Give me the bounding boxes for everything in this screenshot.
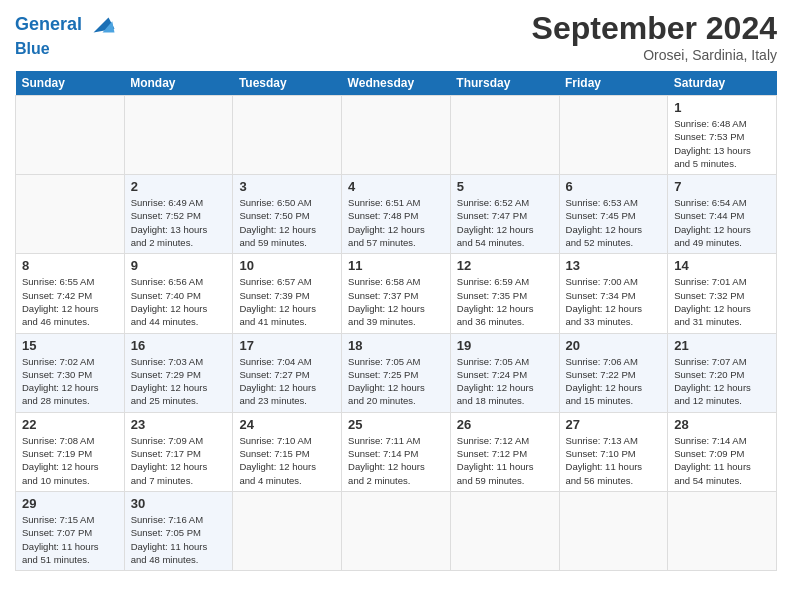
calendar-cell: 13Sunrise: 7:00 AM Sunset: 7:34 PM Dayli… <box>559 254 668 333</box>
day-number: 20 <box>566 338 662 353</box>
calendar-cell <box>124 96 233 175</box>
day-info: Sunrise: 7:08 AM Sunset: 7:19 PM Dayligh… <box>22 434 118 487</box>
day-info: Sunrise: 7:11 AM Sunset: 7:14 PM Dayligh… <box>348 434 444 487</box>
calendar-cell: 6Sunrise: 6:53 AM Sunset: 7:45 PM Daylig… <box>559 175 668 254</box>
day-info: Sunrise: 6:57 AM Sunset: 7:39 PM Dayligh… <box>239 275 335 328</box>
day-info: Sunrise: 7:06 AM Sunset: 7:22 PM Dayligh… <box>566 355 662 408</box>
weekday-header-friday: Friday <box>559 71 668 96</box>
logo-text: General <box>15 15 82 35</box>
weekday-header-wednesday: Wednesday <box>342 71 451 96</box>
calendar-cell: 18Sunrise: 7:05 AM Sunset: 7:25 PM Dayli… <box>342 333 451 412</box>
day-info: Sunrise: 6:59 AM Sunset: 7:35 PM Dayligh… <box>457 275 553 328</box>
day-info: Sunrise: 7:02 AM Sunset: 7:30 PM Dayligh… <box>22 355 118 408</box>
week-row-6: 29Sunrise: 7:15 AM Sunset: 7:07 PM Dayli… <box>16 491 777 570</box>
day-number: 2 <box>131 179 227 194</box>
calendar-cell: 7Sunrise: 6:54 AM Sunset: 7:44 PM Daylig… <box>668 175 777 254</box>
day-number: 8 <box>22 258 118 273</box>
day-number: 23 <box>131 417 227 432</box>
calendar-cell: 22Sunrise: 7:08 AM Sunset: 7:19 PM Dayli… <box>16 412 125 491</box>
calendar-cell: 20Sunrise: 7:06 AM Sunset: 7:22 PM Dayli… <box>559 333 668 412</box>
calendar-cell: 15Sunrise: 7:02 AM Sunset: 7:30 PM Dayli… <box>16 333 125 412</box>
calendar-cell <box>342 96 451 175</box>
calendar-cell: 19Sunrise: 7:05 AM Sunset: 7:24 PM Dayli… <box>450 333 559 412</box>
day-info: Sunrise: 6:58 AM Sunset: 7:37 PM Dayligh… <box>348 275 444 328</box>
day-number: 21 <box>674 338 770 353</box>
calendar-cell: 25Sunrise: 7:11 AM Sunset: 7:14 PM Dayli… <box>342 412 451 491</box>
calendar-cell: 26Sunrise: 7:12 AM Sunset: 7:12 PM Dayli… <box>450 412 559 491</box>
calendar-cell: 12Sunrise: 6:59 AM Sunset: 7:35 PM Dayli… <box>450 254 559 333</box>
day-info: Sunrise: 6:52 AM Sunset: 7:47 PM Dayligh… <box>457 196 553 249</box>
day-info: Sunrise: 6:49 AM Sunset: 7:52 PM Dayligh… <box>131 196 227 249</box>
header: General Blue September 2024 Orosei, Sard… <box>15 10 777 63</box>
day-info: Sunrise: 6:56 AM Sunset: 7:40 PM Dayligh… <box>131 275 227 328</box>
day-number: 9 <box>131 258 227 273</box>
calendar-cell <box>16 96 125 175</box>
calendar-cell: 9Sunrise: 6:56 AM Sunset: 7:40 PM Daylig… <box>124 254 233 333</box>
day-number: 12 <box>457 258 553 273</box>
calendar-cell: 3Sunrise: 6:50 AM Sunset: 7:50 PM Daylig… <box>233 175 342 254</box>
day-info: Sunrise: 6:55 AM Sunset: 7:42 PM Dayligh… <box>22 275 118 328</box>
day-number: 19 <box>457 338 553 353</box>
day-number: 30 <box>131 496 227 511</box>
weekday-header-tuesday: Tuesday <box>233 71 342 96</box>
day-number: 6 <box>566 179 662 194</box>
calendar-cell <box>342 491 451 570</box>
day-number: 3 <box>239 179 335 194</box>
calendar-cell <box>450 96 559 175</box>
day-info: Sunrise: 6:50 AM Sunset: 7:50 PM Dayligh… <box>239 196 335 249</box>
location: Orosei, Sardinia, Italy <box>532 47 777 63</box>
calendar-cell: 14Sunrise: 7:01 AM Sunset: 7:32 PM Dayli… <box>668 254 777 333</box>
day-info: Sunrise: 7:16 AM Sunset: 7:05 PM Dayligh… <box>131 513 227 566</box>
day-number: 24 <box>239 417 335 432</box>
day-info: Sunrise: 7:04 AM Sunset: 7:27 PM Dayligh… <box>239 355 335 408</box>
calendar-cell <box>233 96 342 175</box>
day-number: 4 <box>348 179 444 194</box>
calendar-cell: 16Sunrise: 7:03 AM Sunset: 7:29 PM Dayli… <box>124 333 233 412</box>
day-info: Sunrise: 7:14 AM Sunset: 7:09 PM Dayligh… <box>674 434 770 487</box>
week-row-2: 2Sunrise: 6:49 AM Sunset: 7:52 PM Daylig… <box>16 175 777 254</box>
weekday-header-saturday: Saturday <box>668 71 777 96</box>
day-info: Sunrise: 7:13 AM Sunset: 7:10 PM Dayligh… <box>566 434 662 487</box>
calendar-cell: 11Sunrise: 6:58 AM Sunset: 7:37 PM Dayli… <box>342 254 451 333</box>
week-row-5: 22Sunrise: 7:08 AM Sunset: 7:19 PM Dayli… <box>16 412 777 491</box>
day-number: 14 <box>674 258 770 273</box>
calendar-cell <box>559 96 668 175</box>
calendar-cell <box>233 491 342 570</box>
calendar-cell: 10Sunrise: 6:57 AM Sunset: 7:39 PM Dayli… <box>233 254 342 333</box>
calendar-cell: 1Sunrise: 6:48 AM Sunset: 7:53 PM Daylig… <box>668 96 777 175</box>
day-info: Sunrise: 7:01 AM Sunset: 7:32 PM Dayligh… <box>674 275 770 328</box>
day-number: 10 <box>239 258 335 273</box>
calendar-cell: 17Sunrise: 7:04 AM Sunset: 7:27 PM Dayli… <box>233 333 342 412</box>
calendar-cell: 5Sunrise: 6:52 AM Sunset: 7:47 PM Daylig… <box>450 175 559 254</box>
day-number: 28 <box>674 417 770 432</box>
day-number: 16 <box>131 338 227 353</box>
calendar-cell <box>450 491 559 570</box>
title-block: September 2024 Orosei, Sardinia, Italy <box>532 10 777 63</box>
day-info: Sunrise: 7:07 AM Sunset: 7:20 PM Dayligh… <box>674 355 770 408</box>
day-number: 17 <box>239 338 335 353</box>
calendar-cell: 4Sunrise: 6:51 AM Sunset: 7:48 PM Daylig… <box>342 175 451 254</box>
calendar-cell: 23Sunrise: 7:09 AM Sunset: 7:17 PM Dayli… <box>124 412 233 491</box>
calendar-cell: 27Sunrise: 7:13 AM Sunset: 7:10 PM Dayli… <box>559 412 668 491</box>
day-number: 13 <box>566 258 662 273</box>
day-number: 7 <box>674 179 770 194</box>
day-info: Sunrise: 7:00 AM Sunset: 7:34 PM Dayligh… <box>566 275 662 328</box>
day-number: 26 <box>457 417 553 432</box>
calendar-cell: 30Sunrise: 7:16 AM Sunset: 7:05 PM Dayli… <box>124 491 233 570</box>
day-info: Sunrise: 7:12 AM Sunset: 7:12 PM Dayligh… <box>457 434 553 487</box>
logo: General Blue <box>15 10 116 58</box>
calendar-cell: 29Sunrise: 7:15 AM Sunset: 7:07 PM Dayli… <box>16 491 125 570</box>
weekday-header-row: SundayMondayTuesdayWednesdayThursdayFrid… <box>16 71 777 96</box>
day-info: Sunrise: 7:05 AM Sunset: 7:25 PM Dayligh… <box>348 355 444 408</box>
day-info: Sunrise: 7:10 AM Sunset: 7:15 PM Dayligh… <box>239 434 335 487</box>
day-number: 18 <box>348 338 444 353</box>
day-info: Sunrise: 7:15 AM Sunset: 7:07 PM Dayligh… <box>22 513 118 566</box>
calendar-cell: 28Sunrise: 7:14 AM Sunset: 7:09 PM Dayli… <box>668 412 777 491</box>
day-number: 25 <box>348 417 444 432</box>
day-info: Sunrise: 7:09 AM Sunset: 7:17 PM Dayligh… <box>131 434 227 487</box>
day-number: 15 <box>22 338 118 353</box>
day-number: 29 <box>22 496 118 511</box>
week-row-1: 1Sunrise: 6:48 AM Sunset: 7:53 PM Daylig… <box>16 96 777 175</box>
calendar-cell: 21Sunrise: 7:07 AM Sunset: 7:20 PM Dayli… <box>668 333 777 412</box>
day-number: 11 <box>348 258 444 273</box>
